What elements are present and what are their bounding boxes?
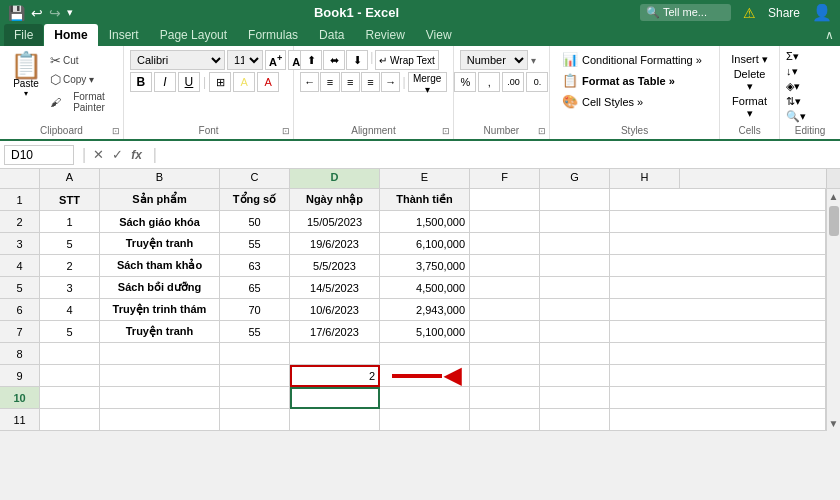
alignment-expand[interactable]: ⊡ [442,126,450,136]
cell-F9[interactable] [470,365,540,387]
cell-C3[interactable]: 55 [220,233,290,255]
sort-filter-button[interactable]: ⇅▾ [786,95,801,108]
conditional-formatting-button[interactable]: 📊 Conditional Formatting » [558,50,711,69]
tab-insert[interactable]: Insert [99,24,149,46]
cell-G11[interactable] [540,409,610,431]
save-icon[interactable]: 💾 [8,5,25,21]
row-header-7[interactable]: 7 [0,321,40,343]
align-bottom-button[interactable]: ⬇ [346,50,368,70]
col-header-C[interactable]: C [220,169,290,188]
cell-H10[interactable] [610,387,826,409]
format-as-table-button[interactable]: 📋 Format as Table » [558,71,711,90]
scroll-up-arrow[interactable]: ▲ [829,189,839,204]
col-header-G[interactable]: G [540,169,610,188]
col-header-A[interactable]: A [40,169,100,188]
cell-G4[interactable] [540,255,610,277]
cell-B4[interactable]: Sách tham khảo [100,255,220,277]
cell-A3[interactable]: 5 [40,233,100,255]
format-cells-button[interactable]: Format ▾ [730,95,769,120]
tab-data[interactable]: Data [309,24,354,46]
cell-D1[interactable]: Ngày nhập [290,189,380,211]
align-left-button[interactable]: ≡ [320,72,339,92]
cell-H9[interactable] [610,365,826,387]
cell-B1[interactable]: Sản phẩm [100,189,220,211]
cell-D11[interactable] [290,409,380,431]
cell-G1[interactable] [540,189,610,211]
cell-C11[interactable] [220,409,290,431]
cell-E7[interactable]: 5,100,000 [380,321,470,343]
cell-H3[interactable] [610,233,826,255]
paste-button[interactable]: 📋 Paste ▾ [6,50,46,100]
clear-button[interactable]: ◈▾ [786,80,800,93]
cell-C9[interactable] [220,365,290,387]
find-select-button[interactable]: 🔍▾ [786,110,806,123]
col-header-D[interactable]: D [290,169,380,188]
cell-A6[interactable]: 4 [40,299,100,321]
font-family-select[interactable]: Calibri [130,50,225,70]
number-expand[interactable]: ⊡ [538,126,546,136]
cell-H5[interactable] [610,277,826,299]
align-center-button[interactable]: ≡ [341,72,360,92]
cell-F10[interactable] [470,387,540,409]
cell-A2[interactable]: 1 [40,211,100,233]
row-header-8[interactable]: 8 [0,343,40,365]
cell-G7[interactable] [540,321,610,343]
indent-inc-button[interactable]: → [381,72,400,92]
cell-A10[interactable] [40,387,100,409]
bold-button[interactable]: B [130,72,152,92]
cell-G2[interactable] [540,211,610,233]
cell-F3[interactable] [470,233,540,255]
cell-E5[interactable]: 4,500,000 [380,277,470,299]
cell-B5[interactable]: Sách bồi dưỡng [100,277,220,299]
cell-H1[interactable] [610,189,826,211]
copy-button[interactable]: ⬡Copy ▾ [48,71,117,88]
fill-button[interactable]: ↓▾ [786,65,798,78]
tab-review[interactable]: Review [355,24,414,46]
vertical-scrollbar[interactable]: ▲ ▼ [826,189,840,431]
cell-C2[interactable]: 50 [220,211,290,233]
cell-D5[interactable]: 14/5/2023 [290,277,380,299]
delete-cells-button[interactable]: Delete ▾ [730,68,769,93]
cell-D10[interactable] [290,387,380,409]
underline-button[interactable]: U [178,72,200,92]
cell-E1[interactable]: Thành tiền [380,189,470,211]
cell-B2[interactable]: Sách giáo khóa [100,211,220,233]
indent-dec-button[interactable]: ← [300,72,319,92]
cell-B6[interactable]: Truyện trinh thám [100,299,220,321]
percent-button[interactable]: % [454,72,476,92]
cell-E3[interactable]: 6,100,000 [380,233,470,255]
cell-F4[interactable] [470,255,540,277]
cell-B8[interactable] [100,343,220,365]
row-header-1[interactable]: 1 [0,189,40,211]
formula-input[interactable] [161,146,836,164]
tab-file[interactable]: File [4,24,43,46]
cell-H4[interactable] [610,255,826,277]
cell-F7[interactable] [470,321,540,343]
col-header-F[interactable]: F [470,169,540,188]
clipboard-expand[interactable]: ⊡ [112,126,120,136]
cell-C1[interactable]: Tổng số [220,189,290,211]
cell-F5[interactable] [470,277,540,299]
cell-F8[interactable] [470,343,540,365]
cell-G5[interactable] [540,277,610,299]
fill-color-button[interactable]: A [233,72,255,92]
cell-D4[interactable]: 5/5/2023 [290,255,380,277]
cell-D7[interactable]: 17/6/2023 [290,321,380,343]
cell-D9[interactable]: 2 [290,365,380,387]
cell-B10[interactable] [100,387,220,409]
cell-B7[interactable]: Truyện tranh [100,321,220,343]
col-header-H[interactable]: H [610,169,680,188]
cell-A4[interactable]: 2 [40,255,100,277]
cell-styles-button[interactable]: 🎨 Cell Styles » [558,92,711,111]
cell-G6[interactable] [540,299,610,321]
share-button[interactable]: Share [768,6,800,20]
cell-C4[interactable]: 63 [220,255,290,277]
font-expand[interactable]: ⊡ [282,126,290,136]
number-format-select[interactable]: Number [460,50,528,70]
font-color-button[interactable]: A [257,72,279,92]
confirm-icon[interactable]: ✓ [109,147,126,162]
row-header-9[interactable]: 9 [0,365,40,387]
cell-F2[interactable] [470,211,540,233]
cell-A11[interactable] [40,409,100,431]
font-size-select[interactable]: 11 [227,50,263,70]
